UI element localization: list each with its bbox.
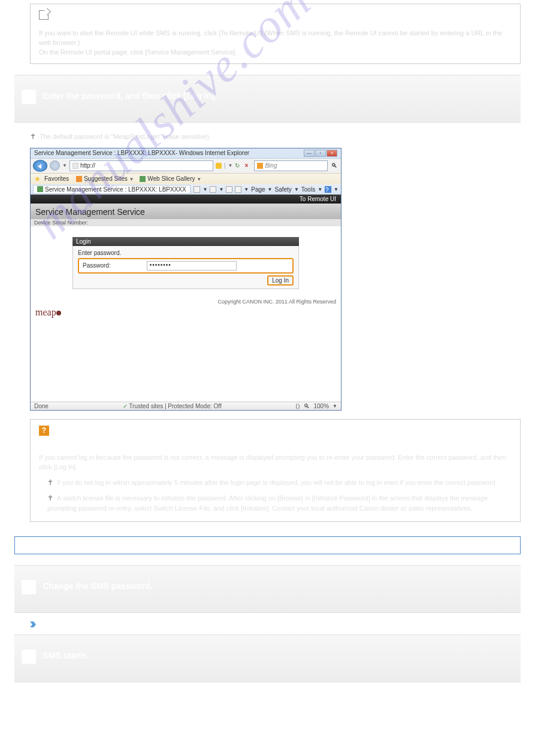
maximize-button[interactable]: ▫ [315, 150, 326, 157]
login-panel-header: Login [72, 237, 299, 246]
close-button[interactable]: × [327, 150, 337, 157]
zoom-slider-icon[interactable]: ⟨⟩ [295, 403, 300, 409]
url-field[interactable]: http:// [69, 160, 213, 171]
step-2-num: 2 [22, 90, 36, 104]
login-panel: Enter password. Password: •••••••• Log I… [72, 246, 299, 289]
safety-menu[interactable]: Safety [275, 186, 292, 193]
help-title-a: If You Cannot Log In [39, 442, 512, 449]
help-icon: ? [39, 426, 49, 436]
status-done: Done [34, 403, 49, 409]
note-box-remote-ui: NOTE If you want to start the Remote UI … [30, 4, 521, 64]
bing-icon [257, 163, 263, 169]
zoom-control[interactable]: ⟨⟩ 🔍︎ 100% ▼ [295, 403, 337, 409]
step-4-num: 4 [22, 649, 36, 664]
arrow-icon [30, 621, 36, 627]
window-title-bar: Service Management Service : LBPXXXX: LB… [31, 148, 341, 158]
step-2-bar: 2 Enter the password, and then click [Lo… [14, 75, 521, 123]
note-icon [39, 10, 49, 20]
lock-icon [216, 163, 222, 169]
search-field[interactable]: Bing [254, 160, 328, 171]
copyright-text: Copyright CANON INC. 2011 All Rights Res… [31, 297, 341, 306]
step-3-bar: 3 Change the SMS password. [14, 565, 521, 613]
minimize-button[interactable]: — [304, 150, 315, 157]
password-label: Password: [83, 262, 111, 269]
zoom-reset-icon[interactable]: 🔍︎ [304, 403, 310, 409]
tab-bar: Service Management Service : LBPXXXX: LB… [31, 184, 341, 195]
page-menu[interactable]: Page [251, 186, 265, 193]
favorites-label[interactable]: Favorites [44, 175, 69, 182]
step-2-title: Enter the password, and then click [Log … [43, 90, 216, 101]
back-button[interactable] [33, 160, 47, 172]
step-4-title: SMS starts. [43, 649, 88, 660]
trusted-text: Trusted sites | Protected Mode: Off [129, 403, 221, 409]
step-3-title: Change the SMS password. [43, 580, 153, 591]
refresh-icon[interactable]: ↻ [235, 162, 242, 169]
tab-favicon [37, 186, 43, 192]
trusted-icon: ✓ [123, 403, 128, 409]
dropdown-icon[interactable]: ▼ [228, 163, 233, 168]
browser-screenshot: Service Management Service : LBPXXXX: LB… [30, 148, 341, 411]
suggested-sites-link[interactable]: Suggested Sites [84, 175, 128, 182]
first-time-note: If you are starting SMS for the first ti… [14, 536, 521, 554]
webslice-icon [140, 176, 146, 182]
forward-button[interactable] [50, 160, 60, 171]
window-title: Service Management Service : LBPXXXX: LB… [34, 150, 249, 156]
mail-icon[interactable] [226, 186, 232, 193]
search-go-icon[interactable]: 🔍︎ [330, 162, 338, 169]
note-body-2: On the Remote UI portal page, click [Ser… [39, 48, 237, 56]
bullet-icon: ✝ [30, 132, 36, 141]
suggested-icon [76, 176, 82, 182]
page-icon [72, 163, 78, 169]
help-sub-1: If you do not log in within approximatel… [57, 479, 497, 486]
webslice-link[interactable]: Web Slice Gallery [147, 175, 195, 182]
star-icon[interactable]: ★ [34, 175, 41, 183]
favorites-bar: ★ Favorites Suggested Sites ▼ Web Slice … [31, 173, 341, 184]
home-icon[interactable] [194, 186, 200, 193]
page-title: Service Management Service [31, 204, 341, 219]
feeds-icon[interactable] [210, 186, 216, 193]
tools-menu[interactable]: Tools [301, 186, 315, 193]
device-serial-label: Device Serial Number: [31, 219, 341, 226]
help-sub-2: A switch license file is necessary to in… [47, 494, 488, 512]
bullet-icon: ✝ [47, 478, 53, 487]
step-3-num: 3 [22, 580, 36, 594]
print-icon[interactable] [235, 186, 241, 193]
bullet-icon: ✝ [47, 494, 53, 502]
stop-icon[interactable]: × [244, 162, 252, 169]
step-2-subtext: ✝The default password is "MeapSmsLogin" … [30, 131, 521, 142]
dropdown-icon[interactable]: ▼ [62, 163, 67, 168]
step-4-bar: 4 SMS starts. [14, 634, 521, 682]
password-row-highlight: Password: •••••••• [78, 258, 294, 274]
enter-password-label: Enter password. [78, 250, 294, 256]
log-in-button[interactable]: Log In [267, 275, 294, 286]
help-box-cannot-login: ? If You Cannot Log In If you cannot log… [30, 419, 521, 523]
help-icon[interactable]: ? [325, 186, 331, 193]
note-body-1: If you want to start the Remote UI while… [39, 29, 502, 46]
separator: | [224, 162, 226, 169]
help-body-a: If you cannot log in because the passwor… [39, 453, 512, 472]
address-bar-row: ▼ http:// | ▼ ↻ × Bing 🔍︎ [31, 158, 341, 173]
meap-logo: meap [31, 306, 341, 402]
to-remote-ui-link[interactable]: To Remote UI [31, 195, 341, 204]
password-input[interactable]: •••••••• [147, 261, 237, 271]
note-title: NOTE [54, 19, 72, 26]
browser-tab[interactable]: Service Management Service : LBPXXXX: LB… [33, 185, 191, 194]
changing-password-link[interactable]: Changing the SMS Password [38, 621, 125, 629]
status-bar: Done ✓ Trusted sites | Protected Mode: O… [31, 402, 341, 410]
